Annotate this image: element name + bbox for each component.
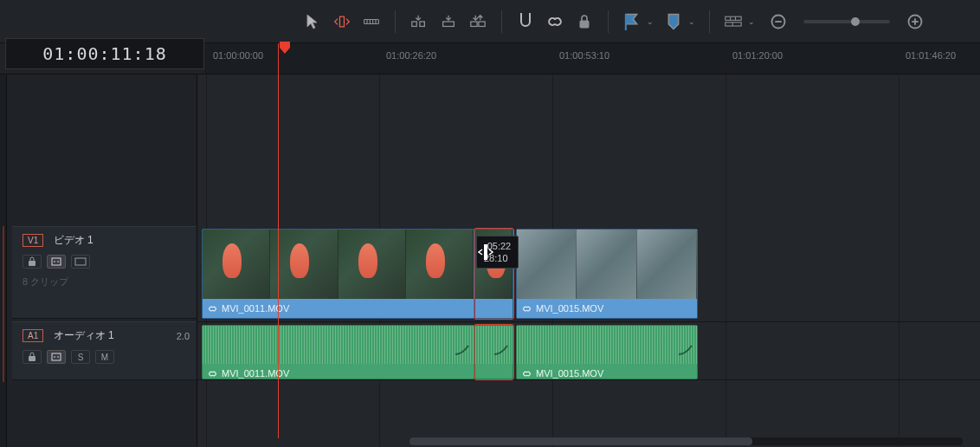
- link-icon: [522, 304, 532, 314]
- flag-dropdown-icon[interactable]: ⌄: [647, 17, 654, 26]
- svg-rect-23: [29, 261, 35, 266]
- audio-track-name: オーディオ 1: [54, 329, 114, 341]
- fade-curve-icon: [678, 344, 693, 356]
- clip-name: MVI_0015.MOV: [536, 303, 603, 314]
- svg-rect-7: [420, 22, 424, 26]
- zoom-in-icon[interactable]: [906, 12, 925, 31]
- zoom-out-icon[interactable]: [769, 12, 788, 31]
- selection-tool-icon[interactable]: [303, 12, 322, 31]
- track-headers: V1 ビデオ 1 8 クリップ A1 オーディオ 1 2.0 S M: [0, 74, 197, 447]
- audio-track-tag[interactable]: A1: [23, 329, 43, 342]
- link-icon: [208, 369, 217, 379]
- svg-rect-9: [471, 22, 477, 26]
- svg-rect-6: [412, 22, 416, 26]
- marker-icon[interactable]: [664, 12, 683, 31]
- replace-clip-icon[interactable]: [468, 12, 487, 31]
- view-options-dropdown-icon[interactable]: ⌄: [748, 17, 755, 26]
- clip-name: MVI_0011.MOV: [222, 303, 289, 314]
- ruler-tick: 01:01:46:20: [906, 50, 956, 61]
- audio-track-header[interactable]: A1 オーディオ 1 2.0 S M: [12, 321, 197, 380]
- mute-button[interactable]: M: [95, 350, 114, 364]
- link-icon: [522, 369, 532, 379]
- audio-clip[interactable]: MVI_0011.MOV: [202, 325, 474, 379]
- svg-rect-28: [484, 244, 487, 260]
- audio-channel-label: 2.0: [177, 331, 190, 341]
- audio-lane[interactable]: MVI_0011.MOV MVI_0015.MOV: [197, 321, 980, 380]
- svg-rect-11: [580, 21, 589, 28]
- horizontal-scrollbar-thumb[interactable]: [409, 437, 752, 445]
- clip-count-label: 8 クリップ: [23, 275, 197, 288]
- trim-cursor-icon: [478, 243, 493, 264]
- fade-curve-icon: [493, 344, 509, 356]
- video-track-name: ビデオ 1: [54, 234, 93, 246]
- timeline-toolbar: ⌄ ⌄ ⌄: [0, 0, 980, 43]
- svg-rect-10: [479, 22, 485, 26]
- marker-dropdown-icon[interactable]: ⌄: [688, 17, 695, 26]
- linked-selection-icon[interactable]: [545, 12, 564, 31]
- svg-rect-26: [29, 356, 35, 361]
- ruler-tick: 01:00:53:10: [559, 50, 609, 61]
- svg-rect-1: [364, 19, 379, 23]
- clip-name: MVI_0011.MOV: [222, 368, 289, 379]
- zoom-slider[interactable]: [803, 20, 890, 23]
- track-area: V1 ビデオ 1 8 クリップ A1 オーディオ 1 2.0 S M: [0, 74, 980, 447]
- auto-select-button[interactable]: [47, 255, 66, 269]
- svg-rect-24: [52, 258, 61, 265]
- track-edge-strip: [0, 74, 7, 447]
- track-display-button[interactable]: [71, 255, 90, 269]
- trim-edit-tool-icon[interactable]: [332, 12, 351, 31]
- ruler-tick: 01:01:20:00: [732, 50, 783, 61]
- video-track-tag[interactable]: V1: [23, 234, 43, 247]
- toolbar-separator: [608, 10, 609, 33]
- snapping-icon[interactable]: [516, 12, 535, 31]
- audio-clip-selected[interactable]: [474, 325, 513, 379]
- link-icon: [208, 304, 217, 314]
- toolbar-separator: [709, 10, 710, 33]
- overwrite-clip-icon[interactable]: [439, 12, 458, 31]
- timeline-tracks[interactable]: MVI_0011.MOV MVI_0015.MOV: [197, 74, 980, 447]
- ruler-tick: 01:00:00:00: [213, 50, 263, 61]
- playhead-line[interactable]: [278, 43, 279, 438]
- position-lock-icon[interactable]: [575, 12, 594, 31]
- timeline-view-options-icon[interactable]: [724, 12, 743, 31]
- svg-rect-8: [443, 22, 455, 26]
- auto-select-button[interactable]: [47, 350, 66, 364]
- lock-track-button[interactable]: [23, 255, 42, 269]
- solo-button[interactable]: S: [71, 350, 90, 364]
- lock-track-button[interactable]: [23, 350, 42, 364]
- svg-rect-14: [725, 22, 741, 25]
- playhead-marker[interactable]: [279, 41, 291, 56]
- svg-rect-13: [725, 16, 741, 20]
- timeline-ruler[interactable]: 01:00:00:0001:00:26:2001:00:53:1001:01:2…: [204, 43, 980, 74]
- svg-rect-25: [75, 258, 86, 265]
- timecode-bar: 01:00:11:18 01:00:00:0001:00:26:2001:00:…: [0, 43, 980, 74]
- timecode-display[interactable]: 01:00:11:18: [5, 38, 204, 69]
- video-lane[interactable]: MVI_0011.MOV MVI_0015.MOV: [197, 226, 980, 319]
- video-track-header[interactable]: V1 ビデオ 1 8 クリップ: [12, 226, 197, 319]
- zoom-slider-thumb[interactable]: [851, 17, 860, 26]
- svg-rect-27: [52, 353, 61, 360]
- toolbar-separator: [395, 10, 396, 33]
- horizontal-scrollbar[interactable]: [409, 437, 963, 445]
- svg-rect-0: [340, 16, 345, 27]
- video-clip[interactable]: MVI_0011.MOV: [202, 229, 474, 319]
- audio-clip[interactable]: MVI_0015.MOV: [516, 325, 698, 379]
- video-clip[interactable]: MVI_0015.MOV: [516, 229, 698, 319]
- blade-tool-icon[interactable]: [362, 12, 381, 31]
- ruler-tick: 01:00:26:20: [386, 50, 436, 61]
- clip-name: MVI_0015.MOV: [536, 368, 603, 379]
- fade-curve-icon: [455, 344, 470, 356]
- flag-marker-icon[interactable]: [622, 12, 642, 31]
- dest-track-indicator: [3, 226, 4, 382]
- toolbar-separator: [501, 10, 502, 33]
- insert-clip-icon[interactable]: [409, 12, 429, 31]
